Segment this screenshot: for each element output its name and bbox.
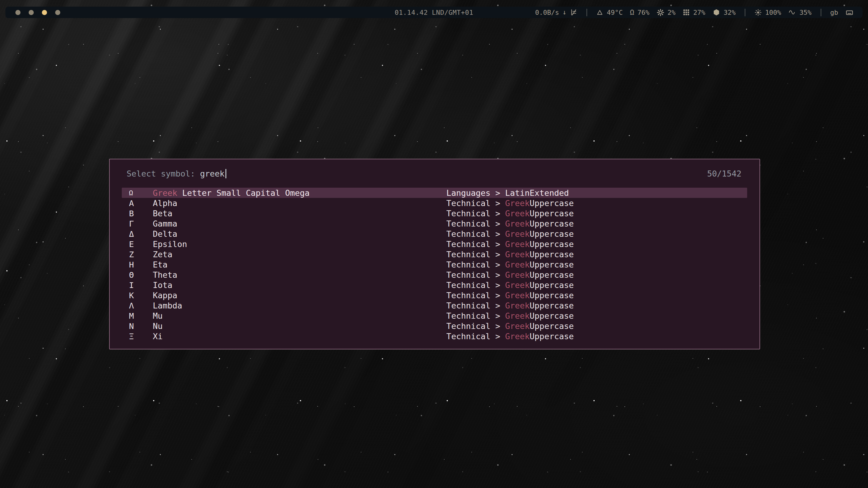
symbol-name: Nu	[153, 321, 446, 331]
symbol-category: Technical > GreekUppercase	[446, 301, 574, 310]
window-control-dot-4[interactable]	[55, 10, 60, 15]
wave-icon	[788, 8, 796, 16]
list-item[interactable]: Λ Lambda Technical > GreekUppercase	[122, 300, 747, 311]
symbol-glyph: Β	[129, 209, 153, 218]
list-item[interactable]: Ι Iota Technical > GreekUppercase	[122, 280, 747, 290]
hexagon-icon	[712, 8, 720, 16]
cpu-value: 2%	[668, 9, 676, 16]
download-arrow-icon: ↓	[562, 9, 566, 16]
symbol-category: Technical > GreekUppercase	[446, 311, 574, 321]
list-item[interactable]: Ν Nu Technical > GreekUppercase	[122, 321, 747, 331]
symbol-glyph: Θ	[129, 270, 153, 280]
list-item[interactable]: Ε Epsilon Technical > GreekUppercase	[122, 239, 747, 249]
symbol-category: Technical > GreekUppercase	[446, 198, 574, 208]
list-item-selected[interactable]: Ω Greek Letter Small Capital Omega Langu…	[122, 188, 747, 198]
symbol-glyph: Η	[129, 260, 153, 269]
brightness-status[interactable]: 100%	[754, 9, 781, 16]
symbol-name: Greek Letter Small Capital Omega	[153, 188, 446, 198]
symbol-category: Technical > GreekUppercase	[446, 291, 574, 300]
symbol-glyph: Ν	[129, 321, 153, 331]
network-rate: 0.0B/s	[535, 9, 559, 16]
symbol-glyph: Κ	[129, 291, 153, 300]
keyboard-indicator[interactable]	[845, 8, 854, 17]
volume-value: 35%	[800, 9, 812, 16]
symbol-category: Languages > LatinExtended	[446, 188, 569, 198]
separator	[587, 9, 587, 16]
keyboard-icon	[845, 8, 854, 17]
text-cursor	[225, 169, 226, 178]
temperature-value: 49°C	[607, 9, 623, 16]
window-control-dot-1[interactable]	[16, 10, 21, 15]
symbol-name: Eta	[153, 260, 446, 269]
symbol-glyph: Μ	[129, 311, 153, 321]
separator	[745, 9, 745, 16]
symbol-picker-dialog: Select symbol: greek 50/1542 Ω Greek Let…	[109, 159, 760, 350]
ohm-value: 76%	[638, 9, 650, 16]
symbol-name: Zeta	[153, 250, 446, 259]
symbol-glyph: Ι	[129, 281, 153, 290]
status-area: 0.0B/s ↓ 49°C Ω 76%	[535, 8, 863, 17]
symbol-glyph: Γ	[129, 219, 153, 228]
symbol-name: Delta	[153, 229, 446, 238]
symbol-name: Xi	[153, 332, 446, 341]
symbol-glyph: Δ	[129, 229, 153, 238]
symbol-glyph: Λ	[129, 301, 153, 310]
symbol-name: Mu	[153, 311, 446, 321]
memory-status[interactable]: 27%	[683, 9, 705, 16]
symbol-glyph: Ε	[129, 239, 153, 249]
list-item[interactable]: Γ Gamma Technical > GreekUppercase	[122, 218, 747, 229]
list-item[interactable]: Η Eta Technical > GreekUppercase	[122, 259, 747, 270]
symbol-name: Epsilon	[153, 239, 446, 249]
symbol-name: Gamma	[153, 219, 446, 228]
list-item[interactable]: Μ Mu Technical > GreekUppercase	[122, 311, 747, 321]
keyboard-layout: gb	[830, 9, 838, 16]
symbol-name: Alpha	[153, 198, 446, 208]
results-list: Ω Greek Letter Small Capital Omega Langu…	[110, 188, 760, 341]
separator	[821, 9, 821, 16]
gear-icon	[657, 9, 664, 16]
list-item[interactable]: Θ Theta Technical > GreekUppercase	[122, 270, 747, 280]
symbol-category: Technical > GreekUppercase	[446, 270, 574, 280]
list-item[interactable]: Κ Kappa Technical > GreekUppercase	[122, 290, 747, 300]
keyboard-layout-status[interactable]: gb	[830, 9, 838, 16]
symbol-category: Technical > GreekUppercase	[446, 332, 574, 341]
symbol-category: Technical > GreekUppercase	[446, 250, 574, 259]
ohm-icon: Ω	[630, 9, 634, 16]
list-item[interactable]: Α Alpha Technical > GreekUppercase	[122, 198, 747, 208]
volume-status[interactable]: 35%	[788, 8, 812, 16]
symbol-category: Technical > GreekUppercase	[446, 219, 574, 228]
symbol-category: Technical > GreekUppercase	[446, 229, 574, 238]
sun-icon	[754, 9, 762, 16]
window-control-dot-2[interactable]	[29, 10, 34, 15]
network-status[interactable]: 0.0B/s ↓	[535, 8, 578, 16]
symbol-name: Beta	[153, 209, 446, 218]
search-input[interactable]: greek	[200, 169, 224, 178]
symbol-name: Kappa	[153, 291, 446, 300]
list-item[interactable]: Δ Delta Technical > GreekUppercase	[122, 229, 747, 239]
window-control-dot-3[interactable]	[42, 10, 47, 15]
list-item[interactable]: Ζ Zeta Technical > GreekUppercase	[122, 249, 747, 259]
symbol-name: Lambda	[153, 301, 446, 310]
search-bar[interactable]: Select symbol: greek 50/1542	[110, 159, 760, 188]
top-menu-bar: 01.14.42 LND/GMT+01 0.0B/s ↓ 49°C Ω 76%	[5, 7, 863, 18]
hexagon-status[interactable]: 32%	[712, 8, 736, 16]
grid-icon	[683, 9, 690, 16]
symbol-category: Technical > GreekUppercase	[446, 321, 574, 331]
symbol-glyph: Ω	[129, 189, 153, 197]
symbol-category: Technical > GreekUppercase	[446, 239, 574, 249]
symbol-category: Technical > GreekUppercase	[446, 260, 574, 269]
temperature-status[interactable]: 49°C	[596, 9, 623, 16]
brightness-value: 100%	[765, 9, 781, 16]
list-item[interactable]: Β Beta Technical > GreekUppercase	[122, 208, 747, 218]
cpu-status[interactable]: 2%	[657, 9, 676, 16]
prompt-label: Select symbol:	[127, 169, 200, 178]
symbol-name: Iota	[153, 281, 446, 290]
hexagon-value: 32%	[724, 9, 736, 16]
symbol-glyph: Α	[129, 198, 153, 208]
symbol-category: Technical > GreekUppercase	[446, 209, 574, 218]
memory-value: 27%	[693, 9, 705, 16]
result-count: 50/1542	[707, 169, 741, 178]
ohm-status[interactable]: Ω 76%	[630, 9, 650, 16]
symbol-glyph: Ζ	[129, 250, 153, 259]
list-item[interactable]: Ξ Xi Technical > GreekUppercase	[122, 331, 747, 341]
